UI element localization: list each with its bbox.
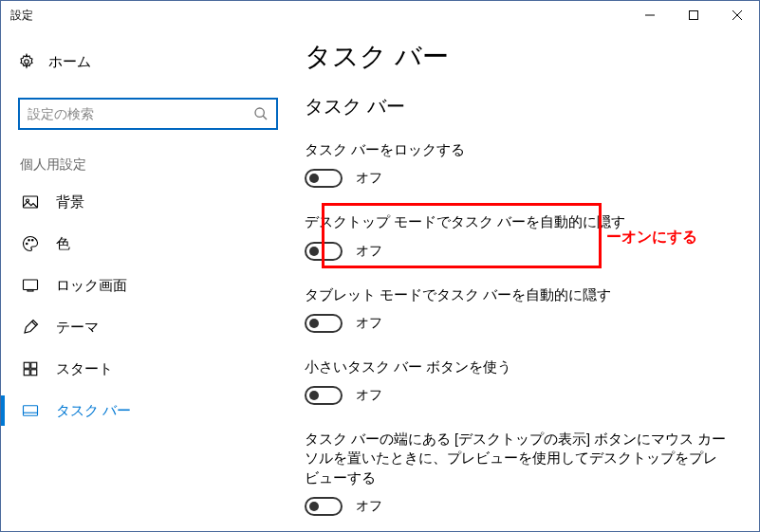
theme-icon xyxy=(22,319,39,336)
sidebar-item-themes[interactable]: テーマ xyxy=(18,306,278,348)
lockscreen-icon xyxy=(22,277,39,294)
setting-label: タスク バーをロックする xyxy=(305,140,731,159)
svg-rect-18 xyxy=(24,406,38,416)
svg-rect-1 xyxy=(690,11,698,20)
svg-point-9 xyxy=(27,243,28,245)
setting-label: タスク バーの端にある [デスクトップの表示] ボタンにマウス カーソルを置いた… xyxy=(305,430,731,487)
home-label: ホーム xyxy=(48,53,91,71)
setting-label: デスクトップ モードでタスク バーを自動的に隠す xyxy=(305,212,731,231)
maximize-button[interactable] xyxy=(672,1,715,29)
svg-point-5 xyxy=(255,108,264,117)
toggle-state: オフ xyxy=(356,170,382,187)
svg-point-4 xyxy=(25,60,29,64)
toggle-autohide-tablet[interactable] xyxy=(305,314,343,333)
nav-label: 色 xyxy=(56,235,70,253)
toggle-state: オフ xyxy=(356,315,382,332)
sub-title: タスク バー xyxy=(305,94,731,119)
home-link[interactable]: ホーム xyxy=(18,41,278,83)
svg-point-10 xyxy=(28,240,30,242)
toggle-state: オフ xyxy=(356,243,382,260)
close-button[interactable] xyxy=(715,1,759,29)
svg-rect-13 xyxy=(28,290,33,292)
svg-rect-15 xyxy=(31,362,37,368)
search-input[interactable] xyxy=(28,106,253,121)
window-title: 設定 xyxy=(10,8,33,24)
start-icon xyxy=(22,360,39,377)
sidebar-item-start[interactable]: スタート xyxy=(18,348,278,390)
toggle-state: オフ xyxy=(356,387,382,404)
nav-label: タスク バー xyxy=(56,402,131,420)
setting-peek-preview: タスク バーの端にある [デスクトップの表示] ボタンにマウス カーソルを置いた… xyxy=(305,430,731,516)
search-box[interactable] xyxy=(18,98,278,130)
svg-point-11 xyxy=(32,240,34,242)
svg-rect-12 xyxy=(24,280,38,290)
sidebar: ホーム 個人用設定 背景 色 xyxy=(1,29,295,531)
nav-label: スタート xyxy=(56,360,113,378)
toggle-state: オフ xyxy=(356,498,382,515)
setting-autohide-desktop: デスクトップ モードでタスク バーを自動的に隠す オフ xyxy=(305,212,731,260)
nav-label: 背景 xyxy=(56,193,84,211)
toggle-small-buttons[interactable] xyxy=(305,386,343,405)
sidebar-item-background[interactable]: 背景 xyxy=(18,181,278,223)
toggle-autohide-desktop[interactable] xyxy=(305,242,343,261)
toggle-lock-taskbar[interactable] xyxy=(305,169,343,188)
toggle-peek-preview[interactable] xyxy=(305,497,343,516)
nav-label: テーマ xyxy=(56,319,99,337)
sidebar-item-taskbar[interactable]: タスク バー xyxy=(18,390,278,431)
titlebar: 設定 xyxy=(1,1,759,29)
minimize-button[interactable] xyxy=(628,1,672,29)
svg-rect-17 xyxy=(31,370,37,376)
nav-label: ロック画面 xyxy=(56,277,127,295)
setting-label: 小さいタスク バー ボタンを使う xyxy=(305,358,731,376)
main-panel: タスク バー タスク バー タスク バーをロックする オフ デスクトップ モード… xyxy=(295,29,759,531)
section-label: 個人用設定 xyxy=(18,156,278,174)
palette-icon xyxy=(22,235,39,252)
setting-autohide-tablet: タブレット モードでタスク バーを自動的に隠す オフ xyxy=(305,285,731,333)
taskbar-icon xyxy=(22,402,39,419)
gear-icon xyxy=(18,53,35,70)
svg-line-6 xyxy=(263,116,267,119)
sidebar-item-colors[interactable]: 色 xyxy=(18,223,278,265)
setting-label: タブレット モードでタスク バーを自動的に隠す xyxy=(305,285,731,304)
svg-rect-14 xyxy=(24,362,29,368)
search-icon xyxy=(253,106,269,121)
svg-rect-16 xyxy=(24,370,29,376)
sidebar-item-lockscreen[interactable]: ロック画面 xyxy=(18,265,278,306)
picture-icon xyxy=(22,193,39,211)
page-title: タスク バー xyxy=(305,39,731,75)
setting-small-buttons: 小さいタスク バー ボタンを使う オフ xyxy=(305,358,731,405)
setting-lock-taskbar: タスク バーをロックする オフ xyxy=(305,140,731,188)
